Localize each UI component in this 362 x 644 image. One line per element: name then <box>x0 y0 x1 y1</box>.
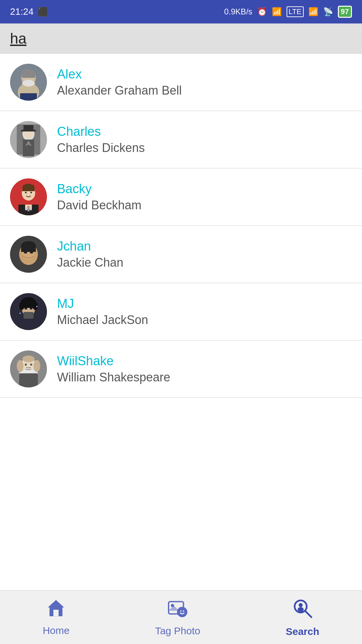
svg-point-44 <box>24 308 27 310</box>
svg-line-67 <box>305 611 311 617</box>
nav-tag-photo-label: Tag Photo <box>155 625 200 637</box>
svg-point-22 <box>25 192 27 194</box>
svg-rect-7 <box>22 73 35 78</box>
avatar <box>10 64 47 101</box>
contact-info: Charles Charles Dickens <box>57 124 145 155</box>
svg-point-56 <box>25 364 27 366</box>
svg-point-41 <box>19 302 24 310</box>
svg-point-69 <box>298 607 304 612</box>
list-item[interactable]: MJ Michael JackSon <box>0 283 362 340</box>
svg-point-35 <box>30 252 33 254</box>
nav-home-label: Home <box>43 625 69 636</box>
list-item[interactable]: Alex Alexander Graham Bell <box>0 54 362 111</box>
list-item[interactable]: Jchan Jackie Chan <box>0 226 362 283</box>
wifi-icon: 📡 <box>323 7 333 16</box>
status-left: 21:24 ⬛ <box>10 6 48 17</box>
contact-fullname: Jackie Chan <box>57 256 123 270</box>
contact-fullname: William Shakespeare <box>57 370 170 384</box>
svg-rect-13 <box>23 125 34 130</box>
list-item[interactable]: Backy David Beckham <box>0 168 362 226</box>
svg-rect-33 <box>21 246 36 252</box>
svg-point-47 <box>19 313 21 314</box>
search-query[interactable]: ha <box>10 30 26 47</box>
svg-point-64 <box>180 610 182 611</box>
svg-point-23 <box>31 192 32 194</box>
contact-fullname: Michael JackSon <box>57 313 148 327</box>
contact-fullname: David Beckham <box>57 198 141 212</box>
svg-rect-43 <box>23 312 34 319</box>
status-time: 21:24 <box>10 6 34 17</box>
nav-tag-photo[interactable]: Tag Photo <box>155 598 200 637</box>
contact-nickname: Jchan <box>57 239 123 254</box>
contact-nickname: Backy <box>57 182 141 196</box>
svg-rect-2 <box>20 93 37 101</box>
avatar <box>10 121 47 158</box>
svg-point-65 <box>183 610 184 611</box>
svg-point-45 <box>30 308 33 310</box>
clock-icon: ⏰ <box>257 7 267 16</box>
contact-list: Alex Alexander Graham Bell Charles Char <box>0 54 362 398</box>
svg-point-68 <box>299 603 303 607</box>
avatar <box>10 293 47 330</box>
home-icon <box>46 598 66 622</box>
bottom-nav: Home Tag Photo <box>0 590 362 644</box>
contact-nickname: Alex <box>57 67 182 82</box>
list-item[interactable]: Charles Charles Dickens <box>0 111 362 168</box>
nav-search[interactable]: Search <box>286 598 319 637</box>
contact-fullname: Alexander Graham Bell <box>57 84 182 98</box>
svg-point-55 <box>22 356 35 362</box>
contact-info: Alex Alexander Graham Bell <box>57 67 182 98</box>
svg-rect-59 <box>54 610 59 616</box>
svg-point-5 <box>22 80 35 87</box>
lte-icon: LTE <box>287 6 304 17</box>
search-bar[interactable]: ha <box>0 23 362 54</box>
network-icon: ⬛ <box>38 7 48 17</box>
signal-icon: 📶 <box>272 7 282 16</box>
svg-point-34 <box>24 252 27 254</box>
svg-point-46 <box>36 306 38 307</box>
tag-photo-icon <box>168 598 187 623</box>
battery-indicator: 97 <box>338 6 352 18</box>
svg-rect-52 <box>19 373 38 387</box>
nav-home[interactable]: Home <box>43 598 69 636</box>
contact-info: Backy David Beckham <box>57 182 141 212</box>
status-bar: 21:24 ⬛ 0.9KB/s ⏰ 📶 LTE 📶 📡 97 <box>0 0 362 23</box>
network-speed: 0.9KB/s <box>224 7 252 16</box>
contact-info: Jchan Jackie Chan <box>57 239 123 270</box>
contact-info: MJ Michael JackSon <box>57 297 148 327</box>
contact-info: WiilShake William Shakespeare <box>57 354 170 384</box>
svg-point-53 <box>17 360 23 372</box>
svg-point-54 <box>34 360 40 372</box>
nav-search-label: Search <box>286 626 319 637</box>
svg-rect-28 <box>27 206 29 211</box>
contact-fullname: Charles Dickens <box>57 141 145 155</box>
avatar <box>10 236 47 273</box>
search-icon <box>292 598 313 623</box>
list-item[interactable]: WiilShake William Shakespeare <box>0 340 362 398</box>
contact-nickname: WiilShake <box>57 354 170 368</box>
contact-nickname: Charles <box>57 124 145 139</box>
svg-rect-21 <box>22 187 35 191</box>
svg-point-57 <box>30 364 32 366</box>
signal2-icon: 📶 <box>308 7 318 16</box>
avatar <box>10 351 47 387</box>
avatar <box>10 178 47 215</box>
svg-point-63 <box>177 607 187 617</box>
contact-nickname: MJ <box>57 297 148 311</box>
status-right: 0.9KB/s ⏰ 📶 LTE 📶 📡 97 <box>224 6 352 18</box>
svg-point-42 <box>33 302 38 310</box>
svg-rect-14 <box>21 130 36 131</box>
